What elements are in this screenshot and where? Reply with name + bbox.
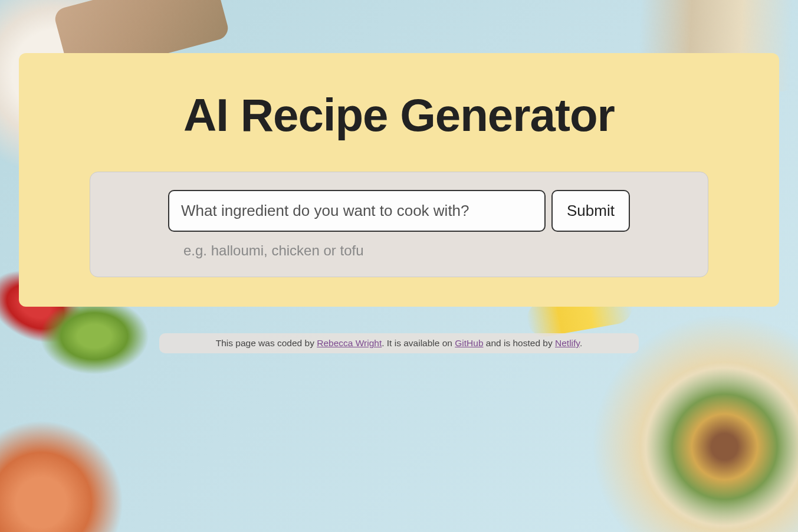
- netlify-link[interactable]: Netlify: [555, 338, 580, 348]
- page-title: AI Recipe Generator: [90, 88, 708, 142]
- github-link[interactable]: GitHub: [455, 338, 483, 348]
- form-container: Submit e.g. halloumi, chicken or tofu: [90, 172, 708, 277]
- footer-mid1: . It is available on: [382, 338, 455, 348]
- ingredient-input[interactable]: [168, 190, 546, 232]
- hint-text: e.g. halloumi, chicken or tofu: [108, 242, 690, 259]
- footer-suffix: .: [580, 338, 582, 348]
- footer: This page was coded by Rebecca Wright. I…: [159, 333, 639, 353]
- footer-mid2: and is hosted by: [484, 338, 556, 348]
- background-bowl-bottom-left: [0, 414, 130, 532]
- author-link[interactable]: Rebecca Wright: [317, 338, 382, 348]
- submit-button[interactable]: Submit: [551, 190, 630, 232]
- main-card: AI Recipe Generator Submit e.g. halloumi…: [19, 53, 779, 307]
- content-wrapper: AI Recipe Generator Submit e.g. halloumi…: [0, 0, 798, 353]
- form-row: Submit: [108, 190, 690, 232]
- footer-prefix: This page was coded by: [216, 338, 317, 348]
